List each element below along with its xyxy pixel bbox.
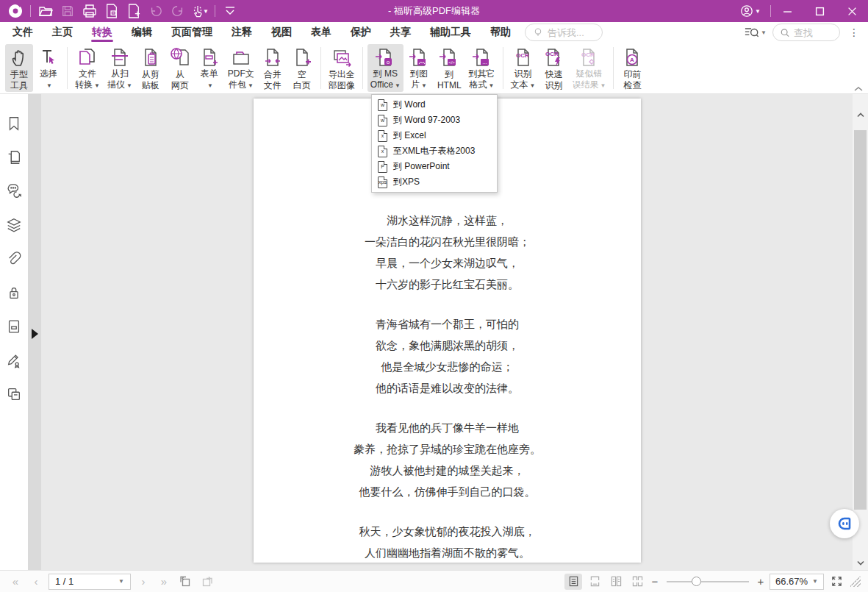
to-image-button[interactable]: 到图 片▼ xyxy=(405,44,433,92)
hand-tool-button[interactable]: 手型 工具 xyxy=(5,44,33,92)
facing-view-icon[interactable] xyxy=(607,574,625,590)
menu-item-到-Word-97-2003[interactable]: w 到 Word 97-2003 xyxy=(372,113,497,128)
search-options-icon[interactable]: ▼ xyxy=(745,26,767,38)
form-fields-icon[interactable] xyxy=(5,318,23,335)
menu-item-到-PowerPoint[interactable]: P 到 PowerPoint xyxy=(372,159,497,174)
find-input[interactable] xyxy=(794,27,832,38)
menu-item-至XML电子表格2003[interactable]: x 至XML电子表格2003 xyxy=(372,143,497,159)
attachments-icon[interactable] xyxy=(5,250,23,268)
undo-icon[interactable] xyxy=(146,2,165,20)
maximize-icon[interactable] xyxy=(803,0,836,22)
ai-assistant-button[interactable] xyxy=(830,509,859,538)
word-file-icon: w xyxy=(378,115,387,126)
tab-share[interactable]: 共享 xyxy=(381,22,420,43)
pdf-portfolio-button[interactable]: PDF文 件包▼ xyxy=(225,44,257,92)
ocr-quick-icon: OCR xyxy=(543,46,564,69)
account-icon[interactable]: ▼ xyxy=(731,0,770,22)
combine-icon xyxy=(262,46,283,69)
poem-line: 青海省城有一个郡王，可怕的 xyxy=(254,314,641,335)
file-convert-button[interactable]: 文件 转换▼ xyxy=(72,44,103,92)
export-all-images-button[interactable]: 导出全 部图像 xyxy=(326,44,358,92)
to-other-button[interactable]: ... 到其它 格式▼ xyxy=(466,44,498,92)
comments-icon[interactable] xyxy=(5,182,23,200)
blank-page-icon xyxy=(292,46,312,69)
touch-mode-icon[interactable]: ▼ xyxy=(190,2,209,20)
export-images-icon xyxy=(331,46,352,69)
tab-comment[interactable]: 注释 xyxy=(222,22,262,43)
find-box[interactable] xyxy=(772,24,840,41)
more-options-icon[interactable]: ⋮ xyxy=(846,26,862,38)
tell-me-box[interactable] xyxy=(525,24,603,41)
scrollbar-thumb[interactable] xyxy=(854,130,867,510)
redo-icon[interactable] xyxy=(168,2,187,20)
tab-help[interactable]: 帮助 xyxy=(481,22,520,43)
facing-continuous-view-icon[interactable] xyxy=(628,574,646,590)
save-icon[interactable] xyxy=(58,2,77,20)
to-ms-office-button[interactable]: o 到 MS Office▼ xyxy=(367,44,403,92)
tab-home[interactable]: 主页 xyxy=(43,22,82,43)
tab-organize[interactable]: 页面管理 xyxy=(162,22,222,43)
zoom-slider-handle[interactable] xyxy=(692,577,701,586)
menu-item-到XPS[interactable]: xps 到XPS xyxy=(372,174,497,190)
ocr-quick-button[interactable]: OCR 快速 识别 xyxy=(539,44,567,92)
zoom-level-combobox[interactable]: 66.67% ▼ xyxy=(770,574,824,590)
tab-file[interactable]: 文件 xyxy=(3,22,43,43)
tab-protect[interactable]: 保护 xyxy=(341,22,381,43)
document-minus-icon[interactable] xyxy=(102,2,121,20)
combine-files-button[interactable]: 合并 文件 xyxy=(259,44,287,92)
form-btn-button[interactable]: 表单 ▼ xyxy=(196,44,223,92)
print-icon[interactable] xyxy=(80,2,99,20)
tab-view[interactable]: 视图 xyxy=(262,22,301,43)
tab-accessibility[interactable]: 辅助工具 xyxy=(420,22,481,43)
close-icon[interactable] xyxy=(836,0,868,22)
minimize-icon[interactable] xyxy=(771,0,803,22)
vertical-scrollbar[interactable] xyxy=(853,94,868,570)
bookmark-icon[interactable] xyxy=(5,115,23,132)
scroll-up-icon[interactable] xyxy=(853,107,868,122)
destinations-icon[interactable] xyxy=(5,385,23,403)
signature-icon[interactable] xyxy=(5,352,23,369)
next-view-icon[interactable] xyxy=(198,574,216,590)
customize-toolbar-icon[interactable] xyxy=(220,2,240,20)
layers-icon[interactable] xyxy=(5,216,23,234)
blank-page-button[interactable]: 空 白页 xyxy=(288,44,316,92)
from-clipboard-button[interactable]: 从剪 贴板 xyxy=(137,44,165,92)
security-icon[interactable] xyxy=(5,284,23,302)
last-page-icon[interactable]: » xyxy=(156,575,172,588)
next-page-icon[interactable]: › xyxy=(135,575,151,588)
expand-panel-handle[interactable] xyxy=(32,329,38,339)
collapse-ribbon-icon[interactable] xyxy=(852,84,865,94)
ribbon-separator xyxy=(320,47,321,89)
page-number-combobox[interactable]: 1 / 1 ▼ xyxy=(49,574,131,590)
document-plus-icon[interactable] xyxy=(124,2,143,20)
prev-page-icon[interactable]: ‹ xyxy=(28,575,44,588)
zoom-in-icon[interactable]: + xyxy=(756,575,766,588)
poem-line: 我看见他的兵丁像牛羊一样地 xyxy=(254,418,641,439)
ocr-text-button[interactable]: OCR 识别 文本▼ xyxy=(508,44,539,92)
preflight-button[interactable]: A 印前 检查 xyxy=(618,44,646,92)
resize-grip[interactable] xyxy=(850,577,861,587)
poem-line: 早晨，一个少女来湖边叹气， xyxy=(254,253,641,274)
menu-item-到-Excel[interactable]: x 到 Excel xyxy=(372,128,497,143)
single-page-view-icon[interactable] xyxy=(564,574,582,590)
poem-line: 豢养，抢掠了异域的珍宝跪在他座旁。 xyxy=(254,439,641,460)
page-thumbnails-icon[interactable] xyxy=(5,149,23,166)
prev-view-icon[interactable] xyxy=(176,574,194,590)
tell-me-input[interactable] xyxy=(548,27,595,38)
first-page-icon[interactable]: « xyxy=(7,575,24,588)
zoom-slider[interactable] xyxy=(667,581,749,582)
continuous-view-icon[interactable] xyxy=(586,574,603,590)
select-button[interactable]: 选择 ▼ xyxy=(35,44,62,92)
from-web-button[interactable]: 从 网页 xyxy=(166,44,194,92)
to-html-button[interactable]: </> 到 HTML xyxy=(434,44,465,92)
zoom-out-icon[interactable]: − xyxy=(650,575,660,588)
tab-convert[interactable]: 转换 xyxy=(82,22,122,43)
quick-access-toolbar: ▼ xyxy=(0,2,240,20)
menu-item-到-Word[interactable]: w 到 Word xyxy=(372,97,497,113)
tab-form[interactable]: 表单 xyxy=(301,22,341,43)
scroll-down-icon[interactable] xyxy=(853,555,868,570)
tab-edit[interactable]: 编辑 xyxy=(122,22,162,43)
fit-screen-icon[interactable] xyxy=(828,574,845,590)
open-folder-icon[interactable] xyxy=(36,2,55,20)
from-scanner-button[interactable]: 从扫 描仪▼ xyxy=(104,44,135,92)
